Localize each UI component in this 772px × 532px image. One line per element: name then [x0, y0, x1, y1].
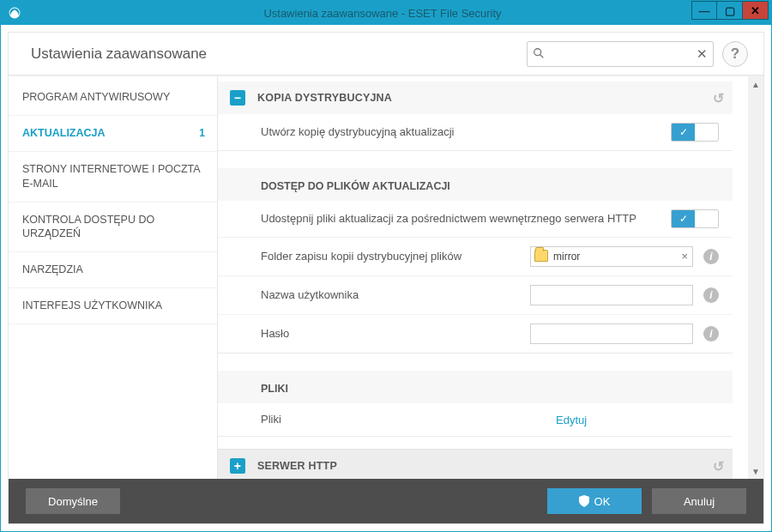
section-body-dostep: Udostępnij pliki aktualizacji za pośredn…	[218, 201, 733, 353]
folder-input[interactable]: mirror ×	[530, 246, 693, 267]
close-button[interactable]: ✕	[743, 1, 769, 20]
toggle-http-share[interactable]: ✓	[671, 209, 719, 228]
footer: Domyślne OK Anuluj	[9, 479, 763, 523]
section-dostep: DOSTĘP DO PLIKÓW AKTUALIZACJI Udostępnij…	[218, 168, 733, 354]
scrollbar[interactable]: ▲ ▼	[748, 76, 763, 479]
sidebar: PROGRAM ANTYWIRUSOWY AKTUALIZACJA 1 STRO…	[9, 76, 218, 479]
section-kopia: − KOPIA DYSTRYBUCYJNA ↺ Utwórz kopię dys…	[218, 82, 733, 151]
section-pliki: PLIKI Pliki Edytuj	[218, 371, 733, 437]
body-wrap: Ustawienia zaawansowane ✕ ? PROGRAM ANTY…	[8, 32, 764, 524]
row-label: Hasło	[261, 327, 530, 342]
svg-point-1	[534, 48, 541, 55]
info-icon[interactable]: i	[703, 249, 719, 264]
row-create-mirror: Utwórz kopię dystrybucyjną aktualizacji …	[218, 114, 733, 150]
section-subheader-pliki: PLIKI	[218, 371, 733, 403]
toggle-create-mirror[interactable]: ✓	[671, 123, 719, 142]
cancel-button[interactable]: Anuluj	[652, 488, 746, 514]
username-input[interactable]	[530, 285, 693, 305]
search-icon	[533, 47, 545, 62]
svg-line-2	[540, 54, 544, 57]
row-label: Udostępnij pliki aktualizacji za pośredn…	[261, 212, 671, 227]
row-username: Nazwa użytkownika i	[218, 275, 733, 314]
window-title: Ustawienia zaawansowane - ESET File Secu…	[0, 7, 771, 20]
scroll-up-icon[interactable]: ▲	[748, 76, 763, 92]
collapse-icon: −	[230, 90, 245, 106]
button-label: OK	[594, 495, 611, 508]
sidebar-item-label: KONTROLA DOSTĘPU DO URZĄDZEŃ	[22, 214, 154, 240]
button-label: Anuluj	[684, 495, 715, 508]
sidebar-item-label: AKTUALIZACJA	[22, 127, 106, 139]
button-label: Domyślne	[48, 495, 98, 508]
section-header-serwer-http[interactable]: + SERWER HTTP ↺	[218, 449, 733, 479]
sidebar-item-label: NARZĘDZIA	[22, 263, 83, 275]
minimize-button[interactable]: —	[691, 1, 717, 20]
section-title: SERWER HTTP	[257, 460, 337, 472]
reset-icon[interactable]: ↺	[713, 458, 724, 475]
sidebar-item-label: PROGRAM ANTYWIRUSOWY	[22, 91, 170, 103]
check-icon: ✓	[672, 210, 695, 227]
sidebar-item-antivirus[interactable]: PROGRAM ANTYWIRUSOWY	[9, 80, 217, 116]
window-controls: — ▢ ✕	[691, 1, 769, 20]
clear-icon[interactable]: ×	[681, 250, 688, 263]
sidebar-item-label: STRONY INTERNETOWE I POCZTA E-MAIL	[22, 163, 200, 190]
sidebar-item-device-control[interactable]: KONTROLA DOSTĘPU DO URZĄDZEŃ	[9, 203, 217, 253]
section-body-kopia: Utwórz kopię dystrybucyjną aktualizacji …	[218, 114, 733, 150]
sidebar-item-update[interactable]: AKTUALIZACJA 1	[9, 116, 217, 152]
info-icon[interactable]: i	[703, 326, 719, 342]
sidebar-badge: 1	[199, 126, 205, 140]
check-icon: ✓	[672, 124, 695, 141]
scroll-down-icon[interactable]: ▼	[748, 463, 763, 479]
sidebar-item-tools[interactable]: NARZĘDZIA	[9, 252, 217, 288]
password-input[interactable]	[530, 323, 693, 344]
search-box[interactable]: ✕	[527, 41, 714, 67]
row-label: Folder zapisu kopii dystrybucyjnej plikó…	[261, 250, 530, 264]
row-label: Nazwa użytkownika	[261, 288, 530, 303]
section-body-pliki: Pliki Edytuj	[218, 403, 733, 436]
section-title: DOSTĘP DO PLIKÓW AKTUALIZACJI	[261, 180, 450, 192]
page-title: Ustawienia zaawansowane	[31, 45, 527, 63]
content: − KOPIA DYSTRYBUCYJNA ↺ Utwórz kopię dys…	[218, 76, 748, 479]
row-http-share: Udostępnij pliki aktualizacji za pośredn…	[218, 201, 733, 237]
row-folder: Folder zapisu kopii dystrybucyjnej plikó…	[218, 237, 733, 275]
help-button[interactable]: ?	[722, 41, 748, 67]
sidebar-item-label: INTERFEJS UŻYTKOWNIKA	[22, 299, 162, 311]
expand-icon: +	[230, 458, 245, 474]
row-files: Pliki Edytuj	[218, 403, 733, 436]
sidebar-item-ui[interactable]: INTERFEJS UŻYTKOWNIKA	[9, 288, 217, 324]
edit-link[interactable]: Edytuj	[556, 414, 719, 426]
sidebar-item-web-email[interactable]: STRONY INTERNETOWE I POCZTA E-MAIL	[9, 152, 217, 203]
row-label: Pliki	[261, 413, 556, 427]
reset-icon[interactable]: ↺	[713, 90, 724, 106]
folder-icon	[534, 250, 548, 262]
row-password: Hasło i	[218, 314, 733, 353]
defaults-button[interactable]: Domyślne	[26, 488, 120, 514]
section-subheader-dostep: DOSTĘP DO PLIKÓW AKTUALIZACJI	[218, 168, 733, 201]
search-clear-icon[interactable]: ✕	[697, 46, 708, 62]
info-icon[interactable]: i	[703, 287, 719, 303]
section-title: PLIKI	[261, 383, 288, 395]
app-window: Ustawienia zaawansowane - ESET File Secu…	[0, 0, 772, 532]
search-input[interactable]	[550, 47, 692, 60]
folder-value: mirror	[553, 251, 580, 263]
shield-icon	[579, 495, 589, 507]
section-title: KOPIA DYSTRYBUCYJNA	[257, 92, 392, 104]
header: Ustawienia zaawansowane ✕ ?	[9, 33, 763, 76]
titlebar: Ustawienia zaawansowane - ESET File Secu…	[1, 1, 771, 25]
section-header-kopia[interactable]: − KOPIA DYSTRYBUCYJNA ↺	[218, 82, 733, 114]
ok-button[interactable]: OK	[547, 488, 642, 514]
body: PROGRAM ANTYWIRUSOWY AKTUALIZACJA 1 STRO…	[9, 76, 763, 479]
row-label: Utwórz kopię dystrybucyjną aktualizacji	[261, 125, 671, 140]
maximize-button[interactable]: ▢	[717, 1, 743, 20]
